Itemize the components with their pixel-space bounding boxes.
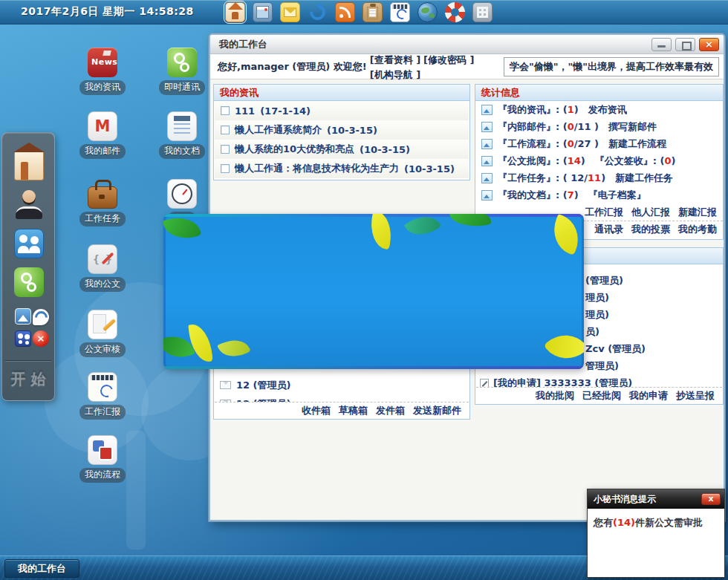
stat-row: 『我的资讯』: ( 1 )发布资讯: [475, 101, 723, 118]
greeting-text: 您好,manager (管理员) 欢迎您!: [218, 60, 367, 74]
toolbar-icons: [225, 2, 493, 22]
close-red-icon[interactable]: ×: [33, 330, 49, 347]
desktop-icon-task[interactable]: 工作任务: [74, 179, 131, 227]
news-item-title: 懒人工作通：将信息技术转化为生产力: [235, 162, 399, 175]
phone-icon[interactable]: [33, 309, 49, 325]
news-panel: 我的资讯 111(17-1-14)懒人工作通系统简介(10-3-15)懒人系统的…: [213, 84, 470, 180]
popup-close-button[interactable]: x: [701, 493, 721, 505]
rss-icon[interactable]: [335, 2, 355, 22]
mail-item[interactable]: 12 (管理员): [214, 376, 469, 394]
clipboard-icon[interactable]: [363, 2, 383, 22]
window-mini-icon: [481, 122, 493, 132]
text-segment[interactable]: 工作汇报: [585, 206, 623, 219]
desktop-icon-flow[interactable]: 我的流程: [74, 435, 131, 483]
mail-footer-link[interactable]: 发件箱: [376, 404, 405, 417]
text-segment: 0: [568, 121, 574, 132]
greeting-link[interactable]: [机构导航 ]: [370, 69, 420, 80]
close-button[interactable]: ×: [699, 38, 719, 51]
text-segment[interactable]: 我的投票: [631, 223, 670, 236]
approval-item-text: 管理员): [585, 359, 619, 373]
checkbox-icon[interactable]: [221, 126, 230, 134]
approval-footer-link[interactable]: 我的批阅: [536, 389, 574, 403]
mail-item-text: 12 (管理员): [236, 379, 291, 392]
checkbox-icon[interactable]: [221, 164, 230, 173]
news-item-date: (10-3-15): [404, 163, 455, 175]
home-icon[interactable]: [225, 2, 245, 22]
text-segment[interactable]: 新建汇报: [678, 206, 717, 219]
text-segment[interactable]: 撰写新邮件: [608, 120, 657, 134]
window-mini-icon: [481, 156, 493, 166]
stats-panel-header: 统计信息: [475, 85, 723, 101]
grid-icon[interactable]: [472, 2, 493, 22]
maximize-button[interactable]: [675, 38, 695, 51]
calendar-icon[interactable]: [390, 2, 410, 22]
desktop-icon-news[interactable]: 我的资讯: [74, 48, 131, 95]
active-task-button[interactable]: 我的工作台: [4, 559, 79, 578]
text-segment[interactable]: 通讯录: [594, 223, 623, 236]
mail-footer-link[interactable]: 收件箱: [302, 404, 331, 417]
lifebuoy-icon[interactable]: [445, 2, 465, 22]
news-item[interactable]: 111(17-1-14): [215, 101, 469, 120]
globe-icon[interactable]: [417, 2, 438, 22]
checkbox-icon[interactable]: [221, 145, 230, 154]
envelope-icon: [220, 381, 231, 389]
approval-item-text: (管理员): [585, 274, 623, 287]
desktop-icon-docs[interactable]: 我的文档: [154, 111, 210, 159]
sidebar-dock: × 开始: [1, 132, 55, 401]
desktop-icon-doc-edit[interactable]: 我的公文: [74, 244, 131, 292]
greeting-link[interactable]: [查看资料 ]: [370, 54, 420, 65]
clock-icon: [167, 179, 197, 209]
text-segment[interactable]: 新建工作任务: [615, 172, 673, 185]
stat-row: 『工作流程』: ( 0/27 )新建工作流程: [475, 135, 723, 152]
text-segment: 0: [664, 155, 671, 166]
mail-footer-link[interactable]: 草稿箱: [339, 404, 368, 417]
start-button[interactable]: 开始: [2, 369, 54, 389]
minimize-button[interactable]: [651, 38, 672, 51]
leaf-icon: [404, 214, 441, 243]
leaf-icon: [449, 214, 491, 230]
sidebar-divider: [5, 360, 51, 361]
desktop-icon-im[interactable]: 即时通讯: [154, 48, 210, 95]
news-item-title: 懒人工作通系统简介: [235, 123, 322, 137]
desktop-icon-mail[interactable]: 我的邮件: [74, 111, 131, 159]
im-overlay-window[interactable]: [163, 214, 584, 369]
popup-title: 小秘书消息提示: [594, 493, 656, 506]
news-item[interactable]: 懒人系统的10大优势和亮点(10-3-15): [215, 140, 469, 159]
checkbox-icon[interactable]: [221, 106, 230, 115]
text-segment: 1: [568, 104, 574, 115]
desktop-icon-doc-review[interactable]: 公文审核: [74, 310, 131, 357]
text-segment[interactable]: 『电子档案』: [588, 189, 646, 202]
text-segment[interactable]: 新建工作流程: [608, 137, 666, 151]
user-avatar-icon[interactable]: [14, 189, 44, 219]
browser-icon[interactable]: [253, 2, 273, 22]
leaf-icon: [367, 214, 395, 250]
text-segment: (14): [613, 517, 635, 528]
mail-footer-link[interactable]: 发送新邮件: [413, 404, 461, 417]
news-item[interactable]: 懒人工作通：将信息技术转化为生产力(10-3-15): [215, 159, 469, 178]
news-item[interactable]: 懒人工作通系统简介(10-3-15): [215, 120, 469, 140]
desktop-icon-report[interactable]: 工作汇报: [74, 372, 131, 420]
approval-footer-link[interactable]: 抄送呈报: [676, 389, 715, 403]
secretary-popup: 小秘书消息提示 x 您有(14)件新公文需审批: [587, 489, 725, 578]
text-segment[interactable]: 发布资讯: [588, 103, 627, 117]
approval-footer-link[interactable]: 我的申请: [629, 389, 668, 403]
desktop-icon-label: 我的邮件: [79, 144, 126, 159]
text-segment[interactable]: 我的考勤: [678, 223, 717, 236]
popup-titlebar[interactable]: 小秘书消息提示 x: [588, 489, 724, 509]
instant-messenger-icon[interactable]: [14, 267, 44, 297]
datetime-text: 2017年2月6日 星期一 14:58:28: [21, 5, 194, 19]
desktop-icon-label: 我的公文: [79, 277, 126, 292]
desktop-icon-label: 工作任务: [79, 212, 126, 227]
home-icon[interactable]: [14, 151, 44, 180]
text-segment[interactable]: 他人汇报: [631, 206, 670, 219]
greeting-link[interactable]: [修改密码 ]: [423, 54, 474, 65]
people-icon[interactable]: [15, 330, 31, 347]
refresh-icon[interactable]: [308, 2, 328, 22]
stat-row: 『内部邮件』: ( 0/11 )撰写新邮件: [475, 118, 723, 135]
approval-footer-link[interactable]: 已经批阅: [582, 389, 621, 403]
desktop-icon-label: 我的文档: [159, 144, 205, 159]
mail-icon[interactable]: [280, 2, 300, 22]
contacts-icon[interactable]: [14, 229, 44, 258]
leaf-icon: [546, 214, 584, 255]
photos-icon[interactable]: [15, 308, 31, 325]
